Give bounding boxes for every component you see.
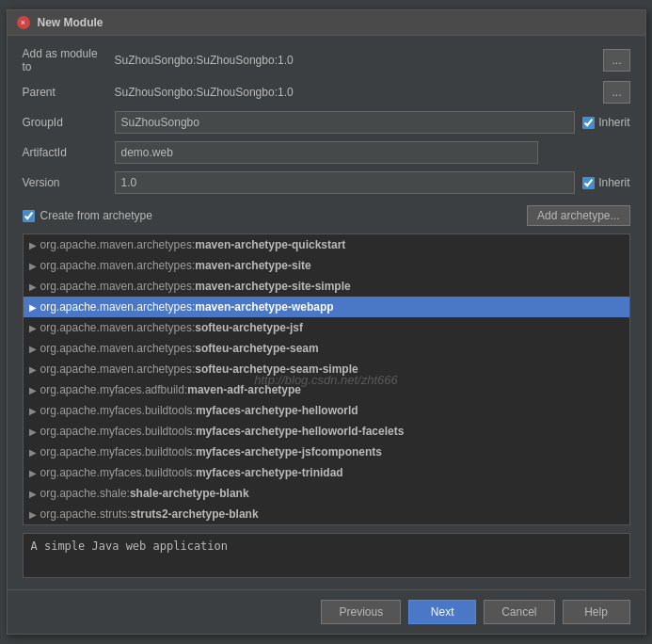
version-row: Version Inherit <box>23 171 630 194</box>
version-inherit-row: Inherit <box>582 176 629 189</box>
parent-value: SuZhouSongbo:SuZhouSongbo:1.0 <box>115 86 294 99</box>
add-archetype-button[interactable]: Add archetype... <box>527 205 629 226</box>
cancel-button[interactable]: Cancel <box>484 600 554 624</box>
footer-buttons: Previous Next Cancel Help <box>8 589 645 634</box>
archetype-list-item[interactable]: ▶org.apache.maven.archetypes:softeu-arch… <box>24 317 629 338</box>
archetype-list-item[interactable]: ▶org.apache.struts:struts2-archetype-dbp… <box>24 524 629 525</box>
version-label: Version <box>23 176 107 189</box>
create-from-archetype-checkbox[interactable] <box>23 210 35 222</box>
archetype-list-item[interactable]: ▶org.apache.maven.archetypes:maven-arche… <box>24 297 629 317</box>
archetype-list-item[interactable]: ▶org.apache.maven.archetypes:maven-arche… <box>24 276 629 297</box>
close-button[interactable]: × <box>17 16 30 29</box>
archetype-list-item[interactable]: ▶org.apache.myfaces.adfbuild:maven-adf-a… <box>24 379 629 400</box>
groupid-input[interactable] <box>115 111 576 134</box>
archetype-list-item[interactable]: ▶org.apache.maven.archetypes:softeu-arch… <box>24 359 629 379</box>
add-as-module-dots-button[interactable]: ... <box>603 49 629 72</box>
archetype-list-item[interactable]: ▶org.apache.myfaces.buildtools:myfaces-a… <box>24 421 629 442</box>
archetype-header: Create from archetype Add archetype... <box>23 205 630 226</box>
groupid-row: GroupId Inherit <box>23 111 630 134</box>
add-as-module-value: SuZhouSongbo:SuZhouSongbo:1.0 <box>115 54 294 67</box>
help-button[interactable]: Help <box>563 600 630 624</box>
groupid-inherit-label: Inherit <box>598 116 629 129</box>
add-as-module-row: Add as module to SuZhouSongbo:SuZhouSong… <box>23 47 630 73</box>
next-button[interactable]: Next <box>408 600 476 624</box>
previous-button[interactable]: Previous <box>321 600 401 624</box>
dialog-title: New Module <box>38 16 103 29</box>
archetype-list-item[interactable]: ▶org.apache.maven.archetypes:softeu-arch… <box>24 338 629 359</box>
version-inherit-checkbox[interactable] <box>582 177 595 189</box>
archetype-checkbox-row: Create from archetype <box>23 209 152 222</box>
groupid-inherit-checkbox[interactable] <box>582 117 595 129</box>
artifactid-input[interactable] <box>115 141 538 164</box>
archetype-list-item[interactable]: ▶org.apache.myfaces.buildtools:myfaces-a… <box>24 442 629 462</box>
artifactid-row: ArtifactId <box>23 141 630 164</box>
archetype-list-item[interactable]: ▶org.apache.struts:struts2-archetype-bla… <box>24 504 629 524</box>
archetype-list-item[interactable]: ▶org.apache.maven.archetypes:maven-arche… <box>24 255 629 276</box>
create-from-archetype-label: Create from archetype <box>40 209 152 222</box>
version-inherit-label: Inherit <box>598 176 629 189</box>
artifactid-label: ArtifactId <box>23 146 107 159</box>
new-module-dialog: × New Module Add as module to SuZhouSong… <box>7 9 646 635</box>
parent-dots-button[interactable]: ... <box>603 81 629 104</box>
version-input[interactable] <box>115 171 576 194</box>
parent-label: Parent <box>23 86 107 99</box>
parent-row: Parent SuZhouSongbo:SuZhouSongbo:1.0 ... <box>23 81 630 104</box>
archetype-list[interactable]: ▶org.apache.maven.archetypes:maven-arche… <box>23 233 630 525</box>
archetype-list-item[interactable]: ▶org.apache.myfaces.buildtools:myfaces-a… <box>24 400 629 421</box>
archetype-list-item[interactable]: ▶org.apache.maven.archetypes:maven-arche… <box>24 234 629 255</box>
archetype-list-item[interactable]: ▶org.apache.shale:shale-archetype-blank <box>24 483 629 504</box>
description-box: A simple Java web application <box>23 533 630 578</box>
archetype-list-item[interactable]: ▶org.apache.myfaces.buildtools:myfaces-a… <box>24 462 629 483</box>
dialog-content: Add as module to SuZhouSongbo:SuZhouSong… <box>8 36 645 589</box>
groupid-inherit-row: Inherit <box>582 116 629 129</box>
titlebar: × New Module <box>8 10 645 36</box>
archetype-list-wrapper: ▶org.apache.maven.archetypes:maven-arche… <box>23 233 630 525</box>
groupid-label: GroupId <box>23 116 107 129</box>
add-as-module-label: Add as module to <box>23 47 107 73</box>
